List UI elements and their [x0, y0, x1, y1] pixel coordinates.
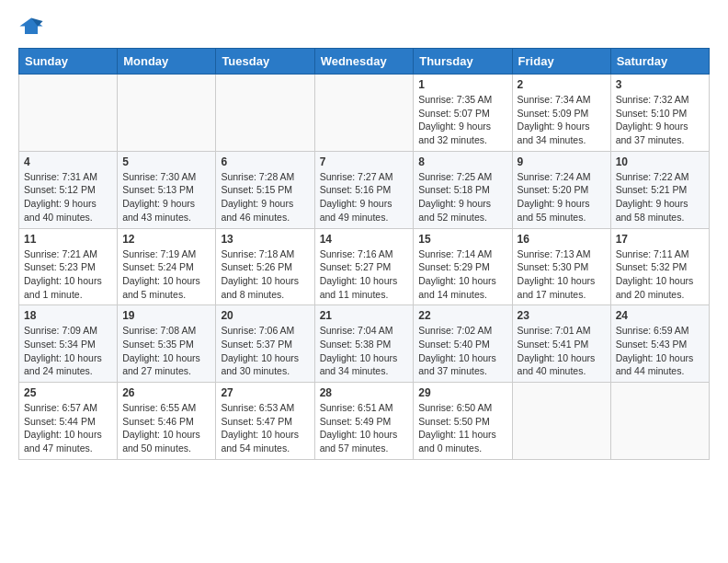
day-info: Sunrise: 7:13 AM Sunset: 5:30 PM Dayligh…	[518, 247, 606, 302]
day-info: Sunrise: 6:51 AM Sunset: 5:49 PM Dayligh…	[320, 401, 409, 455]
day-number: 29	[418, 386, 506, 399]
day-info: Sunrise: 6:59 AM Sunset: 5:43 PM Dayligh…	[616, 324, 704, 378]
day-number: 28	[320, 386, 409, 399]
day-info: Sunrise: 7:21 AM Sunset: 5:23 PM Dayligh…	[24, 247, 112, 302]
calendar-cell: 17Sunrise: 7:11 AM Sunset: 5:32 PM Dayli…	[610, 228, 709, 305]
calendar-cell: 9Sunrise: 7:24 AM Sunset: 5:20 PM Daylig…	[512, 151, 610, 228]
calendar-row-0: 1Sunrise: 7:35 AM Sunset: 5:07 PM Daylig…	[19, 75, 710, 152]
calendar-cell: 3Sunrise: 7:32 AM Sunset: 5:10 PM Daylig…	[610, 75, 709, 152]
day-number: 26	[122, 386, 210, 399]
calendar-header-wednesday: Wednesday	[314, 49, 414, 75]
day-number: 16	[518, 233, 606, 246]
day-number: 22	[418, 309, 506, 322]
calendar-cell: 4Sunrise: 7:31 AM Sunset: 5:12 PM Daylig…	[19, 151, 118, 228]
calendar-header-thursday: Thursday	[414, 49, 512, 75]
day-info: Sunrise: 7:14 AM Sunset: 5:29 PM Dayligh…	[418, 247, 506, 302]
day-info: Sunrise: 7:27 AM Sunset: 5:16 PM Dayligh…	[320, 170, 409, 224]
calendar-cell: 28Sunrise: 6:51 AM Sunset: 5:49 PM Dayli…	[314, 383, 414, 460]
calendar-cell: 2Sunrise: 7:34 AM Sunset: 5:09 PM Daylig…	[512, 75, 610, 152]
day-number: 2	[518, 78, 606, 91]
day-number: 17	[616, 233, 704, 246]
calendar-cell	[610, 383, 709, 460]
day-number: 23	[518, 309, 606, 322]
day-number: 13	[221, 233, 309, 246]
calendar-cell	[314, 75, 414, 152]
day-number: 20	[221, 309, 309, 322]
calendar-cell: 23Sunrise: 7:01 AM Sunset: 5:41 PM Dayli…	[512, 305, 610, 383]
calendar-cell: 20Sunrise: 7:06 AM Sunset: 5:37 PM Dayli…	[216, 305, 314, 383]
day-number: 14	[320, 233, 409, 246]
calendar-row-2: 11Sunrise: 7:21 AM Sunset: 5:23 PM Dayli…	[19, 228, 710, 305]
day-info: Sunrise: 7:34 AM Sunset: 5:09 PM Dayligh…	[518, 93, 606, 147]
day-info: Sunrise: 6:53 AM Sunset: 5:47 PM Dayligh…	[221, 401, 309, 455]
calendar-cell: 1Sunrise: 7:35 AM Sunset: 5:07 PM Daylig…	[414, 75, 512, 152]
day-info: Sunrise: 7:19 AM Sunset: 5:24 PM Dayligh…	[122, 247, 210, 302]
calendar-cell: 8Sunrise: 7:25 AM Sunset: 5:18 PM Daylig…	[414, 151, 512, 228]
calendar-cell: 27Sunrise: 6:53 AM Sunset: 5:47 PM Dayli…	[216, 383, 314, 460]
calendar-header-sunday: Sunday	[19, 49, 118, 75]
day-info: Sunrise: 6:57 AM Sunset: 5:44 PM Dayligh…	[24, 401, 112, 455]
day-info: Sunrise: 7:06 AM Sunset: 5:37 PM Dayligh…	[221, 324, 309, 378]
calendar-header-saturday: Saturday	[610, 49, 709, 75]
calendar-cell	[118, 75, 216, 152]
day-number: 15	[418, 233, 506, 246]
day-info: Sunrise: 7:18 AM Sunset: 5:26 PM Dayligh…	[221, 247, 309, 302]
day-info: Sunrise: 7:22 AM Sunset: 5:21 PM Dayligh…	[616, 170, 704, 224]
day-number: 18	[24, 309, 112, 322]
logo	[18, 15, 48, 40]
day-number: 9	[518, 155, 606, 168]
day-info: Sunrise: 7:08 AM Sunset: 5:35 PM Dayligh…	[122, 324, 210, 378]
day-info: Sunrise: 7:32 AM Sunset: 5:10 PM Dayligh…	[616, 93, 704, 147]
calendar-header-row: SundayMondayTuesdayWednesdayThursdayFrid…	[19, 49, 710, 75]
calendar-cell: 11Sunrise: 7:21 AM Sunset: 5:23 PM Dayli…	[19, 228, 118, 305]
day-number: 4	[24, 155, 112, 168]
calendar-table: SundayMondayTuesdayWednesdayThursdayFrid…	[18, 48, 710, 460]
day-number: 21	[320, 309, 409, 322]
calendar-header-friday: Friday	[512, 49, 610, 75]
calendar-cell: 26Sunrise: 6:55 AM Sunset: 5:46 PM Dayli…	[118, 383, 216, 460]
calendar-cell	[19, 75, 118, 152]
calendar-cell: 12Sunrise: 7:19 AM Sunset: 5:24 PM Dayli…	[118, 228, 216, 305]
calendar-cell: 15Sunrise: 7:14 AM Sunset: 5:29 PM Dayli…	[414, 228, 512, 305]
day-number: 3	[616, 78, 704, 91]
day-info: Sunrise: 7:31 AM Sunset: 5:12 PM Dayligh…	[24, 170, 112, 224]
calendar-cell: 5Sunrise: 7:30 AM Sunset: 5:13 PM Daylig…	[118, 151, 216, 228]
day-info: Sunrise: 7:01 AM Sunset: 5:41 PM Dayligh…	[518, 324, 606, 378]
day-number: 25	[24, 386, 112, 399]
day-number: 12	[122, 233, 210, 246]
day-number: 24	[616, 309, 704, 322]
calendar-cell: 29Sunrise: 6:50 AM Sunset: 5:50 PM Dayli…	[414, 383, 512, 460]
calendar-cell: 19Sunrise: 7:08 AM Sunset: 5:35 PM Dayli…	[118, 305, 216, 383]
day-info: Sunrise: 6:55 AM Sunset: 5:46 PM Dayligh…	[122, 401, 210, 455]
day-info: Sunrise: 7:04 AM Sunset: 5:38 PM Dayligh…	[320, 324, 409, 378]
calendar-row-1: 4Sunrise: 7:31 AM Sunset: 5:12 PM Daylig…	[19, 151, 710, 228]
day-number: 7	[320, 155, 409, 168]
day-info: Sunrise: 7:11 AM Sunset: 5:32 PM Dayligh…	[616, 247, 704, 302]
calendar-header-tuesday: Tuesday	[216, 49, 314, 75]
calendar-cell: 25Sunrise: 6:57 AM Sunset: 5:44 PM Dayli…	[19, 383, 118, 460]
day-number: 1	[418, 78, 506, 91]
day-info: Sunrise: 7:24 AM Sunset: 5:20 PM Dayligh…	[518, 170, 606, 224]
day-number: 10	[616, 155, 704, 168]
calendar-cell: 16Sunrise: 7:13 AM Sunset: 5:30 PM Dayli…	[512, 228, 610, 305]
calendar-cell: 10Sunrise: 7:22 AM Sunset: 5:21 PM Dayli…	[610, 151, 709, 228]
day-info: Sunrise: 7:02 AM Sunset: 5:40 PM Dayligh…	[418, 324, 506, 378]
day-number: 11	[24, 233, 112, 246]
day-info: Sunrise: 7:30 AM Sunset: 5:13 PM Dayligh…	[122, 170, 210, 224]
day-info: Sunrise: 7:28 AM Sunset: 5:15 PM Dayligh…	[221, 170, 309, 224]
calendar-cell: 24Sunrise: 6:59 AM Sunset: 5:43 PM Dayli…	[610, 305, 709, 383]
calendar-cell	[512, 383, 610, 460]
calendar-row-3: 18Sunrise: 7:09 AM Sunset: 5:34 PM Dayli…	[19, 305, 710, 383]
calendar-cell: 6Sunrise: 7:28 AM Sunset: 5:15 PM Daylig…	[216, 151, 314, 228]
calendar-row-4: 25Sunrise: 6:57 AM Sunset: 5:44 PM Dayli…	[19, 383, 710, 460]
calendar-cell: 14Sunrise: 7:16 AM Sunset: 5:27 PM Dayli…	[314, 228, 414, 305]
day-number: 27	[221, 386, 309, 399]
day-info: Sunrise: 7:09 AM Sunset: 5:34 PM Dayligh…	[24, 324, 112, 378]
day-info: Sunrise: 7:35 AM Sunset: 5:07 PM Dayligh…	[418, 93, 506, 147]
calendar-cell	[216, 75, 314, 152]
day-info: Sunrise: 6:50 AM Sunset: 5:50 PM Dayligh…	[418, 401, 506, 455]
calendar-header-monday: Monday	[118, 49, 216, 75]
day-number: 5	[122, 155, 210, 168]
day-info: Sunrise: 7:16 AM Sunset: 5:27 PM Dayligh…	[320, 247, 409, 302]
logo-bird-icon	[18, 15, 44, 40]
